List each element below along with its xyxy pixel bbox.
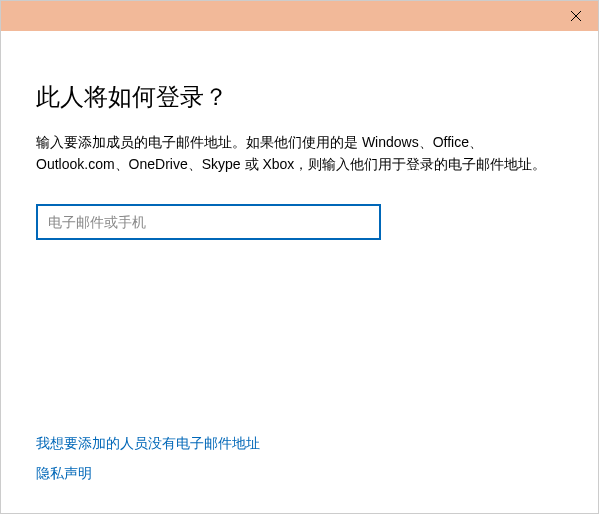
spacer <box>36 240 563 435</box>
email-input[interactable] <box>36 204 381 240</box>
page-title: 此人将如何登录？ <box>36 81 563 113</box>
footer-links: 我想要添加的人员没有电子邮件地址 隐私声明 <box>36 435 563 483</box>
close-button[interactable] <box>554 1 598 31</box>
no-email-link[interactable]: 我想要添加的人员没有电子邮件地址 <box>36 435 260 453</box>
close-icon <box>571 11 581 21</box>
titlebar <box>1 1 598 31</box>
content-area: 此人将如何登录？ 输入要添加成员的电子邮件地址。如果他们使用的是 Windows… <box>1 31 598 513</box>
privacy-link[interactable]: 隐私声明 <box>36 465 92 483</box>
description-text: 输入要添加成员的电子邮件地址。如果他们使用的是 Windows、Office、O… <box>36 131 563 176</box>
